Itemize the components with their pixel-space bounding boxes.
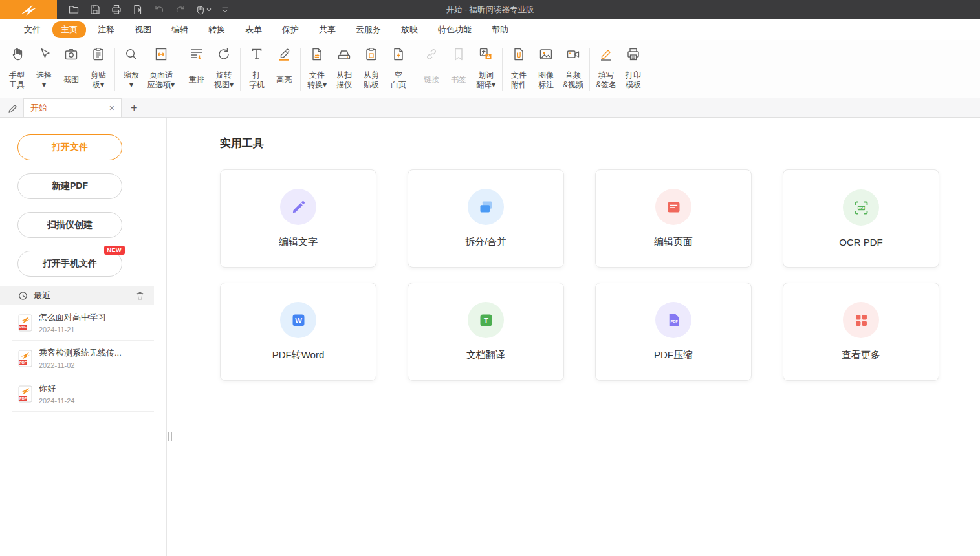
- hand-tool-quick-button[interactable]: [194, 5, 212, 16]
- customize-toolbar-icon[interactable]: [217, 3, 233, 17]
- doc-translate-icon: T: [468, 302, 504, 338]
- ribbon-label: 旋转视图▾: [214, 65, 234, 95]
- ribbon-label: 手型工具: [9, 65, 25, 95]
- ribbon-from-clipboard-button[interactable]: 从剪贴板: [358, 43, 385, 96]
- highlighter-icon: [276, 44, 292, 65]
- ribbon-convert-file-button[interactable]: 文件转换▾: [303, 43, 331, 96]
- tab-start[interactable]: 开始 ×: [23, 98, 122, 117]
- ribbon-word-translate-button[interactable]: 划词翻译▾: [472, 43, 499, 96]
- svg-text:T: T: [484, 317, 488, 325]
- recent-file-item[interactable]: PDF 怎么面对高中学习 2024-11-21: [12, 305, 154, 341]
- tool-card-split-merge[interactable]: 拆分/合并: [408, 169, 564, 268]
- ribbon-highlight-button[interactable]: 高亮: [270, 43, 298, 96]
- app-logo-button[interactable]: [0, 0, 57, 19]
- edit-text-icon: [280, 189, 316, 225]
- ribbon-file-attachment-button[interactable]: 文件附件: [505, 43, 532, 96]
- print-icon[interactable]: [109, 3, 124, 17]
- ribbon-label: 链接: [424, 65, 439, 95]
- menu-tab-help[interactable]: 帮助: [483, 21, 517, 38]
- tool-card-view-more[interactable]: 查看更多: [783, 283, 939, 381]
- ribbon-zoom-button[interactable]: 缩放▾: [118, 43, 145, 96]
- menu-tab-cloud[interactable]: 云服务: [347, 21, 389, 38]
- document-tabbar: 开始 × +: [0, 98, 980, 118]
- svg-text:PDF: PDF: [670, 319, 678, 323]
- recent-title: 最近: [34, 290, 50, 301]
- new-tab-button[interactable]: +: [131, 102, 138, 114]
- ribbon-typewriter-button[interactable]: 打字机: [243, 43, 270, 96]
- redo-icon[interactable]: [173, 3, 188, 17]
- ribbon-from-scanner-button[interactable]: 从扫描仪: [331, 43, 358, 96]
- menu-tab-view[interactable]: 视图: [126, 21, 160, 38]
- menu-tab-slideshow[interactable]: 放映: [393, 21, 426, 38]
- menu-tab-file[interactable]: 文件: [16, 21, 49, 38]
- menu-tab-edit[interactable]: 编辑: [163, 21, 197, 38]
- new-pdf-button[interactable]: 新建PDF: [17, 173, 122, 199]
- ribbon-hand-tool-button[interactable]: 手型工具: [3, 43, 30, 96]
- tool-card-edit-pages[interactable]: 编辑页面: [595, 169, 752, 268]
- ribbon-fill-sign-button[interactable]: 填写&签名: [593, 43, 620, 96]
- ribbon-rotate-view-button[interactable]: 旋转视图▾: [210, 43, 237, 96]
- export-icon[interactable]: [130, 3, 146, 17]
- menu-tab-form[interactable]: 表单: [237, 21, 270, 38]
- sidebar-resize-handle[interactable]: [168, 432, 172, 441]
- translate-icon: [478, 44, 494, 65]
- pdf-compress-icon: PDF: [655, 302, 691, 338]
- ribbon-separator: [589, 48, 590, 91]
- ribbon-label: 截图: [63, 65, 79, 95]
- undo-icon[interactable]: [151, 3, 167, 17]
- svg-text:PDF: PDF: [19, 325, 27, 329]
- card-label: 拆分/合并: [465, 236, 506, 248]
- ribbon-clipboard-button[interactable]: 剪贴板▾: [85, 43, 112, 96]
- tool-card-ocr-pdf[interactable]: PDF OCR PDF: [783, 169, 939, 268]
- card-label: 文档翻译: [466, 349, 505, 361]
- menu-tab-comment[interactable]: 注释: [89, 21, 123, 38]
- tool-card-edit-text[interactable]: 编辑文字: [220, 169, 376, 268]
- ribbon-label: 填写&签名: [596, 65, 616, 95]
- blank-page-icon: [391, 44, 406, 65]
- ribbon-separator: [415, 48, 415, 91]
- recent-file-date: 2024-11-24: [39, 397, 74, 405]
- open-file-icon[interactable]: [66, 3, 82, 17]
- ribbon-label: 音频&视频: [563, 65, 583, 95]
- card-label: PDF转Word: [272, 349, 325, 361]
- ribbon-separator: [300, 48, 301, 91]
- menu-tabbar: 文件 主页 注释 视图 编辑 转换 表单 保护 共享 云服务 放映 特色功能 帮…: [0, 19, 980, 40]
- ribbon-audio-video-button[interactable]: 音频&视频: [560, 43, 587, 96]
- clipboard-icon: [91, 44, 106, 65]
- tool-card-pdf-to-word[interactable]: W PDF转Word: [220, 283, 376, 381]
- menu-tab-protect[interactable]: 保护: [274, 21, 307, 38]
- ribbon-blank-page-button[interactable]: 空白页: [385, 43, 412, 96]
- trash-icon[interactable]: [135, 290, 145, 301]
- open-file-button[interactable]: 打开文件: [17, 134, 122, 160]
- pdf-file-icon: PDF: [18, 385, 32, 403]
- ribbon-page-fit-button[interactable]: 页面适应选项▾: [145, 43, 177, 96]
- recent-file-name: 乘客检测系统无线传...: [39, 347, 122, 359]
- new-badge: NEW: [104, 246, 125, 255]
- scanner-icon: [336, 44, 352, 65]
- scanner-create-button[interactable]: 扫描仪创建: [17, 212, 122, 238]
- recent-file-item[interactable]: PDF 你好 2024-11-24: [12, 376, 154, 412]
- ribbon-label: 选择▾: [36, 65, 52, 95]
- open-mobile-file-button[interactable]: 打开手机文件: [17, 251, 122, 277]
- ribbon-reflow-button[interactable]: 重排: [183, 43, 210, 96]
- recent-file-item[interactable]: PDF 乘客检测系统无线传... 2022-11-02: [12, 341, 154, 376]
- section-title: 实用工具: [220, 136, 980, 151]
- bookmark-icon: [451, 44, 466, 65]
- recent-file-date: 2022-11-02: [39, 361, 122, 369]
- ribbon-print-template-button[interactable]: 打印模板: [620, 43, 647, 96]
- menu-tab-home[interactable]: 主页: [52, 21, 86, 38]
- save-icon[interactable]: [87, 3, 103, 17]
- menu-tab-features[interactable]: 特色功能: [430, 21, 480, 38]
- tool-card-doc-translate[interactable]: T 文档翻译: [408, 283, 564, 381]
- ribbon-image-annotation-button[interactable]: 图像标注: [532, 43, 560, 96]
- edit-pencil-icon[interactable]: [6, 102, 18, 114]
- tab-label: 开始: [30, 102, 47, 114]
- tab-close-icon[interactable]: ×: [109, 103, 114, 112]
- tool-card-pdf-compress[interactable]: PDF PDF压缩: [595, 283, 752, 381]
- ribbon-label: 打印模板: [626, 65, 641, 95]
- menu-tab-share[interactable]: 共享: [310, 21, 344, 38]
- ribbon-select-button[interactable]: 选择▾: [30, 43, 58, 96]
- main-panel: 实用工具 编辑文字 拆分/合并 编辑页面: [167, 118, 980, 556]
- ribbon-snapshot-button[interactable]: 截图: [58, 43, 85, 96]
- menu-tab-convert[interactable]: 转换: [200, 21, 234, 38]
